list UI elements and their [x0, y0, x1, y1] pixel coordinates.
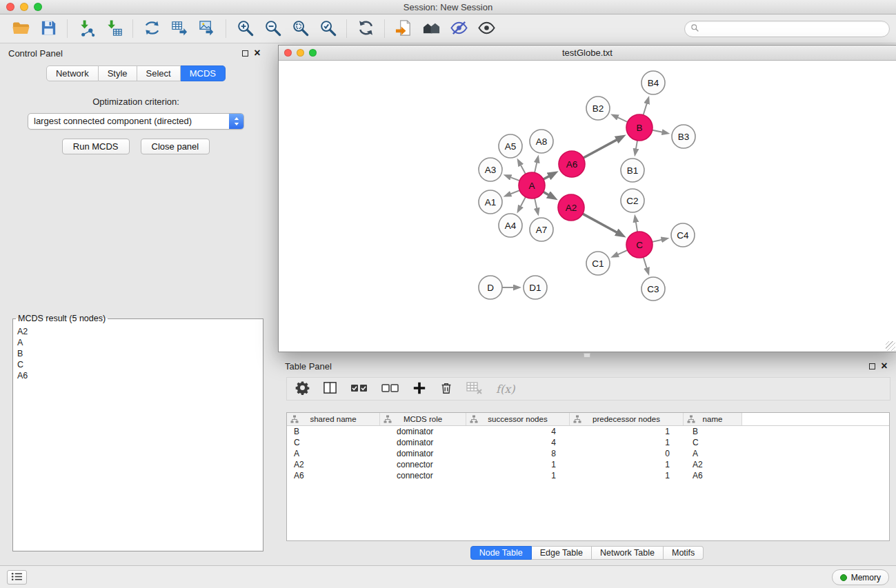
close-panel-button[interactable]: ×	[251, 48, 263, 59]
export-table-button[interactable]	[166, 17, 193, 41]
mcds-result-list: A2 A B C A6	[13, 323, 263, 384]
toolbar-separator	[384, 19, 385, 38]
zoom-fit-button[interactable]	[286, 17, 314, 41]
delete-row-button[interactable]	[439, 381, 453, 397]
tab-mcds[interactable]: MCDS	[181, 65, 226, 81]
hide-graphics-details-button[interactable]	[445, 17, 472, 41]
mcds-result-item[interactable]: C	[17, 359, 259, 370]
table-row[interactable]: C dominator 4 1 C	[287, 437, 889, 448]
graph-edge-C-C1[interactable]	[617, 250, 627, 255]
graph-node-label: B3	[678, 132, 690, 142]
graph-edge-C-C4[interactable]	[653, 240, 662, 242]
graph-edge-B-B4[interactable]	[644, 103, 647, 115]
graph-edge-A-A1[interactable]	[510, 190, 520, 194]
table-row[interactable]: B dominator 4 1 B	[287, 426, 889, 437]
float-table-panel-button[interactable]	[866, 361, 878, 372]
zoom-app-button[interactable]	[34, 3, 42, 11]
mcds-result-item[interactable]: A6	[17, 370, 259, 381]
graph-edge-A2-C[interactable]	[583, 214, 617, 232]
graph-edge-B-B2[interactable]	[617, 117, 628, 122]
import-network-button[interactable]	[72, 17, 100, 41]
cell-shared-name: B	[287, 426, 380, 437]
graph-edge-A-A8[interactable]	[535, 162, 537, 172]
tab-node-table[interactable]: Node Table	[470, 546, 532, 560]
network-canvas[interactable]: B4B2BB3A5A8A6A3B1AC2A1A2A4A7C4CC1C3DD1	[279, 61, 896, 352]
window-resize-grip[interactable]	[886, 341, 895, 351]
mcds-result-item[interactable]: A2	[17, 326, 259, 337]
mcds-result-item[interactable]: A	[17, 337, 259, 348]
table-row[interactable]: A dominator 8 0 A	[287, 448, 889, 459]
memory-button[interactable]: Memory	[832, 569, 889, 585]
splitter-handle[interactable]	[584, 353, 590, 358]
search-input[interactable]	[703, 24, 884, 34]
graph-edge-C-C3[interactable]	[644, 257, 647, 268]
close-network-window-button[interactable]	[284, 49, 292, 57]
graph-edge-A-A5[interactable]	[521, 165, 526, 174]
run-mcds-button[interactable]: Run MCDS	[62, 139, 130, 154]
graph-edge-A-A6[interactable]	[544, 176, 550, 179]
column-visibility-button[interactable]	[323, 381, 337, 397]
export-image-button[interactable]	[193, 17, 221, 41]
graph-edge-A-A3[interactable]	[510, 177, 519, 181]
zoom-in-button[interactable]	[231, 17, 259, 41]
graph-node-label: B1	[627, 165, 639, 176]
column-header-mcds-role[interactable]: MCDS role	[380, 413, 466, 425]
add-row-icon	[412, 381, 426, 397]
import-table-icon	[105, 19, 123, 39]
graph-edge-B-B3[interactable]	[653, 130, 663, 132]
graph-edge-A-A7[interactable]	[535, 199, 537, 209]
refresh-layout-button[interactable]	[352, 17, 379, 41]
tab-network[interactable]: Network	[46, 65, 99, 81]
minimize-app-button[interactable]	[20, 3, 28, 11]
save-session-button[interactable]	[34, 17, 62, 41]
graph-edge-B-B1[interactable]	[636, 141, 637, 150]
tab-motifs[interactable]: Motifs	[664, 546, 704, 560]
tab-network-table[interactable]: Network Table	[592, 546, 664, 560]
column-header-name[interactable]: name	[684, 413, 742, 425]
graph-node-label: A2	[566, 203, 577, 213]
network-window-titlebar[interactable]: testGlobe.txt	[279, 45, 896, 61]
settings-gear-button[interactable]	[295, 381, 310, 397]
float-panel-button[interactable]	[239, 48, 251, 59]
add-row-button[interactable]	[412, 381, 426, 397]
tab-edge-table[interactable]: Edge Table	[532, 546, 592, 560]
tab-select[interactable]: Select	[137, 65, 181, 81]
home-button[interactable]	[417, 17, 445, 41]
column-header-shared-name[interactable]: shared name	[287, 413, 380, 425]
graph-node-label: A5	[505, 141, 517, 152]
optimization-criterion-select[interactable]: largest connected component (directed)	[28, 113, 244, 130]
import-table-button[interactable]	[100, 17, 128, 41]
load-network-button[interactable]	[138, 17, 166, 41]
cell-shared-name: A	[287, 448, 380, 459]
table-row[interactable]: A2 connector 1 1 A2	[287, 459, 889, 470]
network-canvas-svg[interactable]: B4B2BB3A5A8A6A3B1AC2A1A2A4A7C4CC1C3DD1	[279, 61, 896, 352]
open-file-button[interactable]	[7, 17, 34, 41]
column-header-successor-nodes[interactable]: successor nodes	[466, 413, 570, 425]
zoom-out-button[interactable]	[259, 17, 286, 41]
cell-predecessor-nodes: 1	[570, 470, 684, 481]
task-history-button[interactable]	[7, 570, 27, 585]
open-session-button[interactable]	[390, 17, 417, 41]
graph-edge-A6-B[interactable]	[584, 140, 617, 158]
zoom-network-window-button[interactable]	[309, 49, 317, 57]
select-all-button[interactable]	[350, 381, 368, 397]
graph-node-label: A8	[536, 136, 548, 147]
graph-edge-A-A4[interactable]	[521, 197, 526, 207]
cell-predecessor-nodes: 1	[570, 437, 684, 448]
function-builder-button[interactable]: f(x)	[496, 381, 515, 397]
deselect-all-button[interactable]	[381, 381, 399, 397]
minimize-network-window-button[interactable]	[297, 49, 304, 57]
close-table-panel-button[interactable]: ×	[878, 361, 890, 372]
close-panel-action-button[interactable]: Close panel	[141, 139, 210, 154]
zoom-selected-button[interactable]	[314, 17, 341, 41]
graph-edge-A-A2[interactable]	[544, 192, 549, 195]
tab-style[interactable]: Style	[99, 65, 137, 81]
column-header-predecessor-nodes[interactable]: predecessor nodes	[570, 413, 684, 425]
delete-table-button[interactable]	[466, 381, 483, 397]
table-row[interactable]: A6 connector 1 1 A6	[287, 470, 889, 481]
mcds-result-item[interactable]: B	[17, 348, 259, 359]
show-graphics-details-button[interactable]	[472, 17, 500, 41]
close-app-button[interactable]	[6, 3, 14, 11]
cell-successor-nodes: 1	[466, 470, 570, 481]
graph-edge-C-C2[interactable]	[636, 222, 637, 232]
